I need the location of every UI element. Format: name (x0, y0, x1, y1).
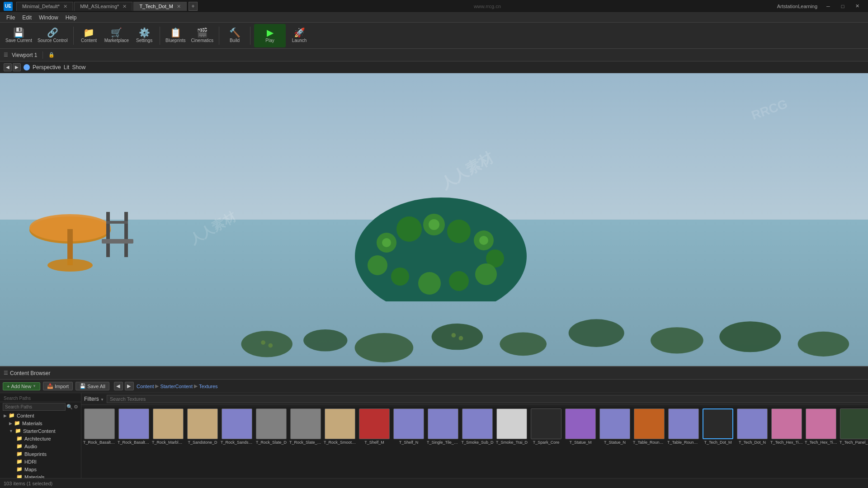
svg-point-33 (391, 267, 409, 286)
search-paths-settings[interactable]: ⚙ (74, 404, 78, 410)
thumbnail-20[interactable]: T_Tech_Hex_Tile_M (770, 408, 803, 468)
thumb-image (737, 408, 768, 439)
menu-file[interactable]: File (3, 14, 19, 22)
thumb-image (771, 408, 802, 439)
marketplace-button[interactable]: 🛒 Marketplace (103, 24, 131, 47)
folder-icon: 📁 (9, 413, 15, 418)
launch-button[interactable]: 🚀 Launch (288, 24, 311, 47)
menu-edit[interactable]: Edit (19, 14, 35, 22)
viewport-canvas[interactable]: 人人素材 RRCG 人人素材 (0, 73, 868, 366)
thumbnail-19[interactable]: T_Tech_Dot_N (736, 408, 769, 468)
cb-back-btn[interactable]: ◀ (114, 382, 123, 390)
thumb-label: T_Shelf_M (364, 440, 384, 445)
close-button[interactable]: ✕ (850, 0, 864, 13)
maximize-button[interactable]: □ (835, 0, 850, 13)
thumbnail-11[interactable]: T_Smoke_Sub_D (461, 408, 494, 468)
perspective-button[interactable]: Perspective (33, 64, 61, 70)
thumbnail-5[interactable]: T_Rock_Slate_D (255, 408, 288, 468)
thumbnail-15[interactable]: T_Statue_N (599, 408, 631, 468)
thumbnail-4[interactable]: T_Rock_Sandstone_N (221, 408, 253, 468)
thumbnail-2[interactable]: T_Rock_Marble_Polished_D (152, 408, 184, 468)
breadcrumb-content[interactable]: Content (137, 384, 154, 389)
launch-icon: 🚀 (294, 28, 305, 37)
search-textures-input[interactable] (107, 395, 868, 403)
tree-item-8[interactable]: 📁 Materials (0, 473, 81, 478)
thumbnail-21[interactable]: T_Tech_Hex_Tile_N (805, 408, 837, 468)
add-new-button[interactable]: + Add New ▼ (3, 382, 40, 390)
play-button[interactable]: ▶ Play (254, 24, 286, 47)
new-tab-button[interactable]: + (189, 2, 198, 11)
nav-forward-btn[interactable]: ▶ (13, 63, 21, 71)
thumbnail-3[interactable]: T_Sandstone_D (186, 408, 219, 468)
thumb-image (256, 408, 287, 439)
content-button[interactable]: 📁 Content (77, 24, 101, 47)
build-button[interactable]: 🔨 Build (223, 24, 246, 47)
svg-point-0 (241, 331, 292, 357)
import-button[interactable]: 📥 Import (43, 382, 73, 390)
save-current-button[interactable]: 💾 Save Current (4, 24, 34, 47)
settings-button[interactable]: ⚙️ Settings (132, 24, 156, 47)
tree-item-4[interactable]: 📁 Audio (0, 442, 81, 450)
thumbnail-14[interactable]: T_Statue_M (564, 408, 597, 468)
blueprints-button[interactable]: 📋 Blueprints (164, 24, 187, 47)
toolbar: 💾 Save Current 🔗 Source Control 📁 Conten… (0, 23, 868, 49)
thumbnail-7[interactable]: T_Rock_Smooth_Granite_D (324, 408, 356, 468)
svg-point-8 (798, 332, 849, 357)
menu-window[interactable]: Window (35, 14, 62, 22)
minimize-button[interactable]: ─ (821, 0, 835, 13)
tree-item-6[interactable]: 📁 HDRI (0, 458, 81, 465)
tree-item-5[interactable]: 📁 Blueprints (0, 450, 81, 458)
tab-aslearning[interactable]: MM_ASLearning* ✕ (74, 2, 132, 11)
nav-arrows: ◀ ▶ (4, 63, 21, 71)
tree-label: Blueprints (24, 451, 47, 457)
breadcrumb-textures[interactable]: Textures (199, 384, 218, 389)
thumbnail-10[interactable]: T_Single_Tile_UV (427, 408, 459, 468)
tree-item-3[interactable]: 📁 Architecture (0, 435, 81, 442)
tab-techdot[interactable]: T_Tech_Dot_M ✕ (133, 2, 187, 11)
filters-button[interactable]: Filters ▼ (84, 396, 104, 402)
thumbnail-17[interactable]: T_Table_Round_N (667, 408, 700, 468)
thumbnail-9[interactable]: T_Shelf_N (392, 408, 425, 468)
cb-toolbar: + Add New ▼ 📥 Import 💾 Save All ◀ ▶ (0, 380, 868, 393)
tree-item-1[interactable]: ▶ 📁 Materials (0, 419, 81, 427)
thumbnail-18[interactable]: T_Tech_Dot_M (702, 408, 734, 468)
source-control-button[interactable]: 🔗 Source Control (36, 24, 70, 47)
thumbnail-1[interactable]: T_Rock_Basalt_N (118, 408, 150, 468)
thumbnail-0[interactable]: T_Rock_Basalt_D (83, 408, 116, 468)
svg-point-11 (261, 340, 265, 345)
tab-close-minimal[interactable]: ✕ (63, 4, 67, 9)
thumbnail-8[interactable]: T_Shelf_M (358, 408, 391, 468)
show-button[interactable]: Show (72, 64, 85, 70)
lit-button[interactable]: Lit (64, 64, 70, 70)
search-paths-icon[interactable]: 🔍 (66, 404, 73, 410)
cb-tree: ▶ 📁 Content ▶ 📁 Materials ▼ 📁 StarterCon… (0, 412, 81, 478)
cinematics-icon: 🎬 (197, 28, 208, 37)
tab-minimal[interactable]: Minimal_Default* ✕ (16, 2, 73, 11)
cb-forward-btn[interactable]: ▶ (125, 382, 134, 390)
nav-back-btn[interactable]: ◀ (4, 63, 12, 71)
toolbar-sep-4 (250, 27, 250, 45)
tree-item-7[interactable]: 📁 Maps (0, 465, 81, 473)
vp-sep (42, 52, 43, 59)
tab-close-techdot[interactable]: ✕ (177, 4, 181, 9)
svg-point-32 (418, 272, 441, 295)
tab-close-aslearning[interactable]: ✕ (123, 4, 127, 9)
breadcrumb-sep-2: ▶ (194, 383, 198, 389)
tree-item-0[interactable]: ▶ 📁 Content (0, 412, 81, 419)
tree-item-2[interactable]: ▼ 📁 StarterContent (0, 427, 81, 435)
thumbnail-22[interactable]: T_Tech_Panel_M (839, 408, 868, 468)
cinematics-button[interactable]: 🎬 Cinematics (189, 24, 215, 47)
thumb-label: T_Tech_Hex_Tile_M (770, 440, 803, 445)
thumbnail-6[interactable]: T_Rock_Slate_Granite_D (289, 408, 322, 468)
main-layout: ☰ Viewport 1 🔒 📷 ⊞ 📐 ↻ ⤡ ◼ 🎥 10° 0.25 4 … (0, 49, 868, 488)
cb-content-area: Filters ▼ 🔍 ⚙ T_Rock_Basalt_D (81, 393, 868, 478)
svg-point-18 (47, 259, 93, 272)
thumbnail-12[interactable]: T_Smoke_Trai_D (495, 408, 528, 468)
save-all-button[interactable]: 💾 Save All (75, 382, 109, 390)
thumbnail-16[interactable]: T_Table_Round_M (633, 408, 665, 468)
import-icon: 📥 (47, 383, 53, 389)
breadcrumb-startercontent[interactable]: StarterContent (160, 384, 193, 389)
search-paths-input[interactable] (3, 403, 66, 411)
menu-help[interactable]: Help (62, 14, 80, 22)
thumbnail-13[interactable]: T_Spark_Core (530, 408, 562, 468)
